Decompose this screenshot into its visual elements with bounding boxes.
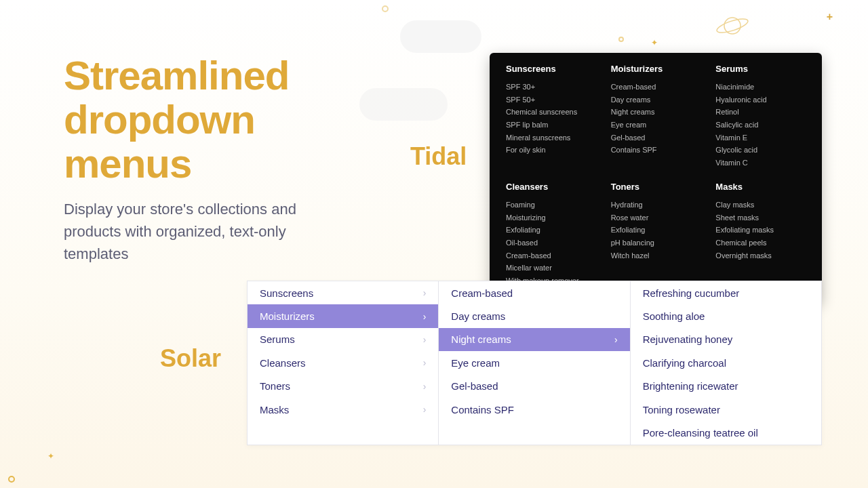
solar-item-label: Sunscreens — [260, 287, 313, 299]
solar-item[interactable]: Moisturizers› — [248, 304, 438, 327]
hero-title: Streamlined dropdown menus — [64, 54, 349, 186]
tidal-item[interactable]: Hyaluronic acid — [715, 94, 806, 106]
tidal-item[interactable]: Overnight masks — [715, 249, 806, 262]
solar-item[interactable]: Rejuvenating honey — [631, 328, 821, 351]
solar-item-label: Day creams — [451, 310, 505, 322]
svg-point-0 — [724, 18, 741, 34]
solar-item-label: Pore-cleansing teatree oil — [643, 427, 758, 439]
tidal-item[interactable]: Contains SPF — [611, 144, 701, 157]
solar-cascading-menu: Sunscreens›Moisturizers›Serums›Cleansers… — [247, 281, 822, 445]
tidal-item[interactable]: SPF 30+ — [506, 81, 596, 94]
tidal-item[interactable]: Oil-based — [506, 237, 596, 249]
tidal-item[interactable]: For oily skin — [506, 144, 596, 157]
solar-item-label: Serums — [260, 333, 295, 345]
solar-item-label: Masks — [260, 404, 289, 415]
tidal-item[interactable]: Niacinimide — [715, 81, 806, 94]
hero: Streamlined dropdown menus Display your … — [64, 54, 349, 265]
solar-column-2: Cream-basedDay creamsNight creams›Eye cr… — [438, 281, 629, 445]
tidal-label: Tidal — [410, 142, 467, 171]
solar-column-3: Refreshing cucumberSoothing aloeRejuvena… — [630, 281, 821, 445]
tidal-item[interactable]: Hydrating — [611, 199, 701, 211]
solar-item[interactable]: Toners› — [248, 375, 438, 398]
solar-item[interactable]: Contains SPF — [439, 398, 629, 421]
tidal-heading[interactable]: Toners — [611, 182, 701, 192]
solar-item[interactable]: Day creams — [439, 304, 629, 327]
solar-item[interactable]: Gel-based — [439, 375, 629, 398]
solar-item-label: Rejuvenating honey — [643, 333, 733, 345]
tidal-item[interactable]: Foaming — [506, 199, 596, 211]
tidal-mega-menu: SunscreensSPF 30+SPF 50+Chemical sunscre… — [490, 53, 822, 302]
tidal-item[interactable]: Salicylic acid — [715, 119, 806, 131]
tidal-item[interactable]: Chemical peels — [715, 237, 806, 249]
chevron-right-icon: › — [423, 381, 427, 392]
tidal-heading[interactable]: Masks — [715, 182, 806, 192]
tidal-item[interactable]: pH balancing — [611, 237, 701, 249]
tidal-item[interactable]: Glycolic acid — [715, 144, 806, 157]
tidal-item[interactable]: Cream-based — [611, 81, 701, 94]
tidal-item[interactable]: Sheet masks — [715, 211, 806, 224]
tidal-item[interactable]: Chemical sunscreens — [506, 106, 596, 119]
solar-item[interactable]: Pore-cleansing teatree oil — [631, 421, 821, 444]
tidal-heading[interactable]: Sunscreens — [506, 64, 596, 74]
svg-point-1 — [715, 16, 749, 35]
tidal-item[interactable]: Day creams — [611, 94, 701, 106]
tidal-item[interactable]: Cream-based — [506, 249, 596, 262]
sparkle-icon: ✦ — [47, 451, 54, 461]
solar-item-label: Brightening ricewater — [643, 380, 738, 392]
solar-item[interactable]: Cleansers› — [248, 351, 438, 374]
tidal-item[interactable]: Mineral sunscreens — [506, 131, 596, 144]
tidal-item[interactable]: Night creams — [611, 106, 701, 119]
solar-item[interactable]: Refreshing cucumber — [631, 281, 821, 304]
solar-item-label: Clarifying charcoal — [643, 357, 726, 369]
sparkle-icon: ✦ — [651, 38, 658, 47]
tidal-item[interactable]: Gel-based — [611, 131, 701, 144]
solar-item[interactable]: Clarifying charcoal — [631, 351, 821, 374]
tidal-item[interactable]: Eye cream — [611, 119, 701, 131]
solar-item[interactable]: Brightening ricewater — [631, 375, 821, 398]
tidal-column: CleansersFoamingMoisturizingExfoliatingO… — [506, 182, 596, 287]
tidal-item[interactable]: Micellar water — [506, 262, 596, 274]
tidal-heading[interactable]: Cleansers — [506, 182, 596, 192]
solar-item[interactable]: Toning rosewater — [631, 398, 821, 421]
solar-item-label: Eye cream — [451, 357, 500, 369]
tidal-item[interactable]: Witch hazel — [611, 249, 701, 262]
tidal-item[interactable]: Clay masks — [715, 199, 806, 211]
solar-item[interactable]: Serums› — [248, 328, 438, 351]
tidal-item[interactable]: Vitamin E — [715, 131, 806, 144]
chevron-right-icon: › — [614, 334, 618, 345]
tidal-item[interactable]: SPF 50+ — [506, 94, 596, 106]
solar-item[interactable]: Sunscreens› — [248, 281, 438, 304]
tidal-item[interactable]: Vitamin C — [715, 157, 806, 169]
solar-item-label: Toning rosewater — [643, 404, 720, 415]
chevron-right-icon: › — [423, 287, 427, 298]
chevron-right-icon: › — [423, 357, 427, 368]
tidal-heading[interactable]: Moisturizers — [611, 64, 701, 74]
circle-icon — [618, 37, 624, 42]
solar-item[interactable]: Masks› — [248, 398, 438, 421]
solar-item[interactable]: Night creams› — [439, 328, 629, 351]
tidal-column: SerumsNiacinimideHyaluronic acidRetinolS… — [715, 64, 806, 169]
tidal-item[interactable]: Exfoliating — [611, 224, 701, 237]
solar-item[interactable]: Cream-based — [439, 281, 629, 304]
solar-item[interactable]: Eye cream — [439, 351, 629, 374]
solar-item-label: Gel-based — [451, 380, 498, 392]
tidal-item[interactable]: Retinol — [715, 106, 806, 119]
plus-icon: + — [827, 11, 833, 23]
tidal-item[interactable]: Exfoliating masks — [715, 224, 806, 237]
solar-item-label: Night creams — [451, 333, 511, 345]
tidal-item[interactable]: Rose water — [611, 211, 701, 224]
chevron-right-icon: › — [423, 311, 427, 322]
solar-item[interactable]: Soothing aloe — [631, 304, 821, 327]
solar-item-label: Moisturizers — [260, 310, 315, 322]
solar-item-label: Cleansers — [260, 357, 306, 369]
hero-subtitle: Display your store's collections and pro… — [64, 198, 349, 265]
tidal-item[interactable]: Moisturizing — [506, 211, 596, 224]
tidal-column: SunscreensSPF 30+SPF 50+Chemical sunscre… — [506, 64, 596, 169]
tidal-item[interactable]: SPF lip balm — [506, 119, 596, 131]
solar-item-label: Toners — [260, 380, 290, 392]
bg-blob — [359, 88, 448, 121]
solar-item-label: Contains SPF — [451, 404, 514, 415]
circle-icon — [382, 5, 389, 12]
tidal-heading[interactable]: Serums — [715, 64, 806, 74]
tidal-item[interactable]: Exfoliating — [506, 224, 596, 237]
